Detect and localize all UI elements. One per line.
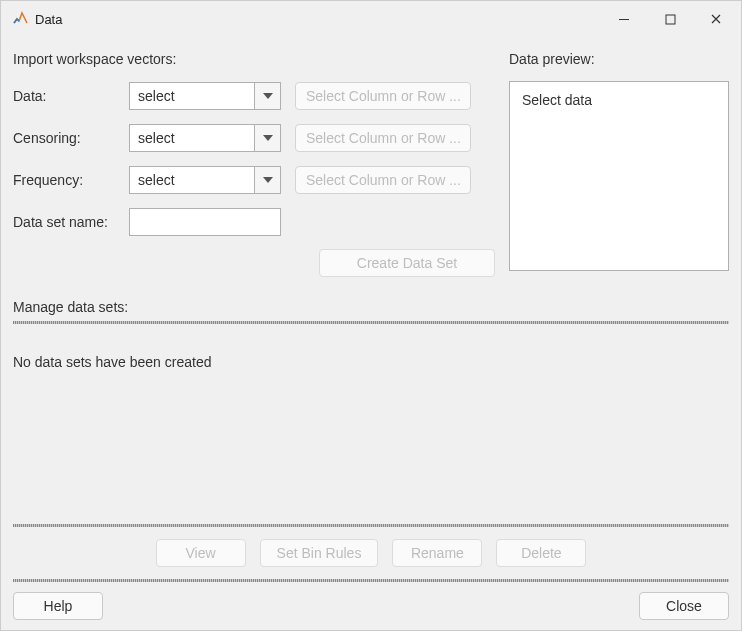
footer-row: Help Close (13, 592, 729, 620)
create-dataset-button-label: Create Data Set (357, 255, 457, 271)
manage-label: Manage data sets: (13, 299, 729, 315)
close-button[interactable]: Close (639, 592, 729, 620)
rename-button[interactable]: Rename (392, 539, 482, 567)
frequency-select[interactable]: select (129, 166, 281, 194)
preview-content: Select data (522, 92, 592, 108)
divider (13, 321, 729, 324)
empty-datasets-message: No data sets have been created (13, 354, 729, 370)
censoring-label: Censoring: (13, 130, 129, 146)
svg-rect-1 (666, 15, 675, 24)
rename-button-label: Rename (411, 545, 464, 561)
frequency-label: Frequency: (13, 172, 129, 188)
data-select-value: select (130, 83, 254, 109)
import-column: Import workspace vectors: Data: select S… (13, 51, 495, 277)
chevron-down-icon (254, 125, 280, 151)
censoring-select-value: select (130, 125, 254, 151)
set-bin-rules-button-label: Set Bin Rules (277, 545, 362, 561)
chevron-down-icon (254, 167, 280, 193)
create-dataset-button[interactable]: Create Data Set (319, 249, 495, 277)
upper-section: Import workspace vectors: Data: select S… (13, 51, 729, 277)
frequency-row: Frequency: select Select Column or Row .… (13, 165, 495, 195)
chevron-down-icon (254, 83, 280, 109)
preview-column: Data preview: Select data (509, 51, 729, 277)
preview-section-label: Data preview: (509, 51, 729, 67)
content-area: Import workspace vectors: Data: select S… (1, 37, 741, 630)
data-label: Data: (13, 88, 129, 104)
close-button-label: Close (666, 598, 702, 614)
titlebar: Data (1, 1, 741, 37)
frequency-column-button[interactable]: Select Column or Row ... (295, 166, 471, 194)
censoring-column-button-label: Select Column or Row ... (306, 130, 461, 146)
censoring-column-button[interactable]: Select Column or Row ... (295, 124, 471, 152)
delete-button-label: Delete (521, 545, 561, 561)
data-column-button-label: Select Column or Row ... (306, 88, 461, 104)
frequency-select-value: select (130, 167, 254, 193)
censoring-select[interactable]: select (129, 124, 281, 152)
minimize-button[interactable] (601, 3, 647, 35)
data-select[interactable]: select (129, 82, 281, 110)
dataset-name-row: Data set name: (13, 207, 495, 237)
divider (13, 524, 729, 527)
svg-rect-0 (619, 19, 629, 20)
spacer (13, 370, 729, 518)
divider (13, 579, 729, 582)
close-window-button[interactable] (693, 3, 739, 35)
create-row: Create Data Set (13, 249, 495, 277)
matlab-icon (11, 10, 29, 28)
view-button-label: View (186, 545, 216, 561)
window-title: Data (35, 12, 601, 27)
view-button[interactable]: View (156, 539, 246, 567)
help-button[interactable]: Help (13, 592, 103, 620)
dataset-name-label: Data set name: (13, 214, 129, 230)
preview-box: Select data (509, 81, 729, 271)
import-section-label: Import workspace vectors: (13, 51, 495, 67)
help-button-label: Help (44, 598, 73, 614)
dataset-name-input[interactable] (129, 208, 281, 236)
censoring-row: Censoring: select Select Column or Row .… (13, 123, 495, 153)
data-column-button[interactable]: Select Column or Row ... (295, 82, 471, 110)
maximize-button[interactable] (647, 3, 693, 35)
delete-button[interactable]: Delete (496, 539, 586, 567)
action-row: View Set Bin Rules Rename Delete (13, 539, 729, 567)
data-row: Data: select Select Column or Row ... (13, 81, 495, 111)
set-bin-rules-button[interactable]: Set Bin Rules (260, 539, 379, 567)
frequency-column-button-label: Select Column or Row ... (306, 172, 461, 188)
